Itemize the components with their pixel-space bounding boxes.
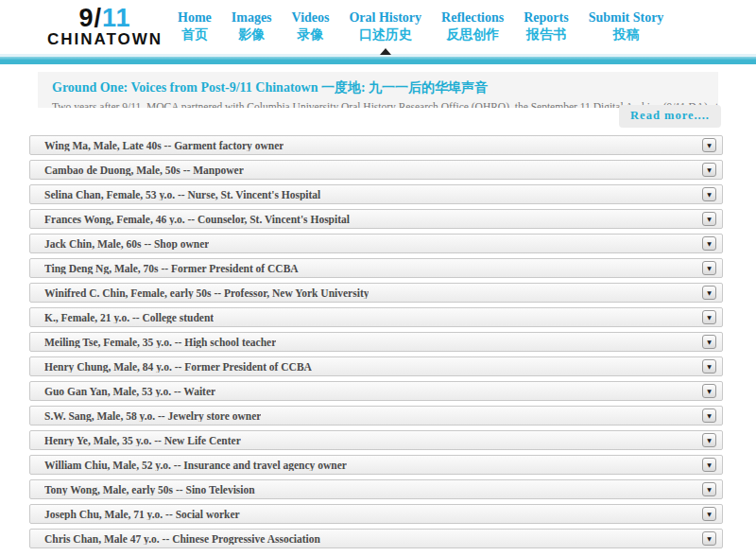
main-nav: Home 首页 Images 影像 Videos 录像 Oral History…	[176, 9, 665, 44]
list-item[interactable]: Wing Ma, Male, Late 40s -- Garment facto…	[29, 135, 723, 155]
expand-button[interactable]: ▼	[702, 187, 716, 201]
nav-label-en: Reflections	[441, 9, 504, 26]
expand-button[interactable]: ▼	[702, 261, 716, 275]
chevron-down-icon: ▼	[707, 462, 712, 468]
nav-label-zh: 首页	[178, 26, 212, 44]
list-item-label: Selina Chan, Female, 53 y.o. -- Nurse, S…	[44, 189, 320, 200]
expand-button[interactable]: ▼	[702, 408, 716, 423]
list-item[interactable]: William Chiu, Male, 52 y.o. -- Insurance…	[29, 455, 723, 475]
read-more-button[interactable]: Read more....	[619, 105, 721, 128]
logo-911: 9/11	[43, 6, 167, 30]
logo-chinatown: CHINATOWN	[43, 30, 167, 49]
nav-item-reflections[interactable]: Reflections 反思创作	[439, 9, 506, 44]
list-item[interactable]: Frances Wong, Female, 46 y.o. -- Counsel…	[29, 209, 723, 229]
nav-label-zh: 投稿	[589, 26, 664, 44]
expand-button[interactable]: ▼	[702, 212, 716, 226]
chevron-down-icon: ▼	[707, 290, 712, 296]
list-item[interactable]: K., Female, 21 y.o. -- College student ▼	[29, 307, 723, 327]
chevron-down-icon: ▼	[707, 241, 712, 247]
intro-panel: Ground One: Voices from Post-9/11 Chinat…	[38, 72, 718, 108]
expand-button[interactable]: ▼	[702, 531, 716, 546]
interview-list: Wing Ma, Male, Late 40s -- Garment facto…	[29, 135, 723, 553]
expand-button[interactable]: ▼	[702, 335, 716, 349]
logo-911-cyan: 11	[102, 4, 131, 32]
expand-button[interactable]: ▼	[702, 138, 716, 152]
chevron-down-icon: ▼	[707, 315, 712, 321]
nav-label-en: Reports	[524, 9, 568, 26]
list-item[interactable]: S.W. Sang, Male, 58 y.o. -- Jewelry stor…	[29, 406, 723, 426]
list-item-label: Frances Wong, Female, 46 y.o. -- Counsel…	[44, 214, 350, 225]
nav-item-submit-story[interactable]: Submit Story 投稿	[587, 9, 666, 44]
list-item-label: Wing Ma, Male, Late 40s -- Garment facto…	[44, 140, 284, 151]
nav-label-zh: 影像	[232, 26, 272, 44]
list-item-label: Meiling Tse, Female, 35 y.o. -- High sch…	[44, 337, 276, 348]
list-item[interactable]: Tony Wong, Male, early 50s -- Sino Telev…	[29, 479, 723, 499]
expand-button[interactable]: ▼	[702, 163, 716, 177]
expand-button[interactable]: ▼	[702, 236, 716, 251]
list-item-label: S.W. Sang, Male, 58 y.o. -- Jewelry stor…	[44, 410, 261, 422]
expand-button[interactable]: ▼	[702, 310, 716, 324]
nav-item-home[interactable]: Home 首页	[176, 9, 214, 44]
chevron-down-icon: ▼	[707, 143, 712, 148]
list-item-label: Guo Gan Yan, Male, 53 y.o. -- Waiter	[44, 386, 215, 397]
list-item[interactable]: Henry Chung, Male, 84 y.o. -- Former Pre…	[29, 356, 723, 376]
list-item[interactable]: Winifred C. Chin, Female, early 50s -- P…	[29, 283, 723, 303]
list-item-label: William Chiu, Male, 52 y.o. -- Insurance…	[44, 460, 347, 471]
chevron-down-icon: ▼	[707, 192, 712, 198]
expand-button[interactable]: ▼	[702, 507, 716, 521]
nav-label-en: Submit Story	[589, 9, 664, 26]
page-title: Ground One: Voices from Post-9/11 Chinat…	[52, 79, 704, 96]
list-item-label: Jack Chin, Male, 60s -- Shop owner	[44, 238, 209, 250]
nav-item-videos[interactable]: Videos 录像	[290, 9, 332, 44]
expand-button[interactable]: ▼	[702, 286, 716, 300]
list-item[interactable]: Ting Deng Ng, Male, 70s -- Former Presid…	[29, 258, 723, 278]
list-item[interactable]: Selina Chan, Female, 53 y.o. -- Nurse, S…	[29, 184, 723, 204]
list-item-label: Henry Chung, Male, 84 y.o. -- Former Pre…	[44, 361, 312, 373]
list-item[interactable]: Joseph Chu, Male, 71 y.o. -- Social work…	[29, 504, 723, 524]
site-header: 9/11 CHINATOWN Home 首页 Images 影像 Videos …	[0, 0, 756, 54]
expand-button[interactable]: ▼	[702, 458, 716, 472]
nav-item-oral-history[interactable]: Oral History 口述历史	[347, 9, 423, 44]
chevron-down-icon: ▼	[707, 389, 712, 394]
site-logo[interactable]: 9/11 CHINATOWN	[43, 6, 167, 49]
list-item[interactable]: Guo Gan Yan, Male, 53 y.o. -- Waiter ▼	[29, 381, 723, 401]
nav-label-zh: 反思创作	[441, 26, 504, 44]
nav-item-reports[interactable]: Reports 报告书	[522, 9, 570, 44]
chevron-down-icon: ▼	[707, 512, 712, 517]
expand-button[interactable]: ▼	[702, 384, 716, 398]
nav-label-zh: 录像	[292, 26, 330, 44]
list-item[interactable]: Henry Ye, Male, 35 y.o. -- New Life Cent…	[29, 430, 723, 450]
expand-button[interactable]: ▼	[702, 482, 716, 496]
chevron-down-icon: ▼	[707, 167, 712, 173]
chevron-down-icon: ▼	[707, 266, 712, 271]
intro-description: Two years after 9/11, MOCA partnered wit…	[52, 100, 704, 108]
chevron-down-icon: ▼	[707, 438, 712, 443]
chevron-down-icon: ▼	[707, 364, 712, 370]
list-item[interactable]: Chris Chan, Male 47 y.o. -- Chinese Prog…	[29, 529, 723, 548]
list-item-label: Joseph Chu, Male, 71 y.o. -- Social work…	[44, 509, 240, 520]
list-item-label: Ting Deng Ng, Male, 70s -- Former Presid…	[44, 263, 299, 274]
nav-label-en: Videos	[292, 9, 330, 26]
nav-label-en: Images	[232, 9, 272, 26]
list-item[interactable]: Cambao de Duong, Male, 50s -- Manpower ▼	[29, 160, 723, 180]
list-item-label: K., Female, 21 y.o. -- College student	[44, 312, 214, 323]
chevron-down-icon: ▼	[707, 536, 712, 542]
list-item-label: Tony Wong, Male, early 50s -- Sino Telev…	[44, 484, 255, 495]
nav-label-en: Home	[178, 9, 212, 26]
list-item-label: Cambao de Duong, Male, 50s -- Manpower	[44, 165, 244, 176]
nav-label-zh: 报告书	[524, 26, 568, 44]
list-item[interactable]: Jack Chin, Male, 60s -- Shop owner ▼	[29, 234, 723, 253]
list-item-label: Chris Chan, Male 47 y.o. -- Chinese Prog…	[44, 533, 320, 545]
expand-button[interactable]: ▼	[702, 433, 716, 447]
list-item[interactable]: Meiling Tse, Female, 35 y.o. -- High sch…	[29, 332, 723, 352]
chevron-down-icon: ▼	[707, 339, 712, 345]
nav-item-images[interactable]: Images 影像	[230, 9, 274, 44]
expand-button[interactable]: ▼	[702, 359, 716, 374]
list-item-label: Henry Ye, Male, 35 y.o. -- New Life Cent…	[44, 435, 241, 446]
header-divider-teal	[0, 57, 756, 64]
active-tab-indicator-icon	[380, 48, 391, 55]
chevron-down-icon: ▼	[707, 413, 712, 419]
logo-911-black: 9/	[78, 4, 102, 32]
nav-label-zh: 口述历史	[349, 26, 421, 44]
chevron-down-icon: ▼	[707, 487, 712, 493]
